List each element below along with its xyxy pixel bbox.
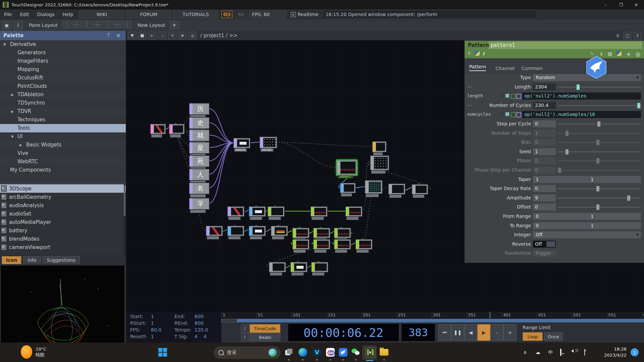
param-label[interactable]: Phase — [517, 158, 531, 163]
maximize-pane-icon[interactable]: ▢ — [623, 32, 632, 40]
param-slider-track[interactable] — [558, 170, 641, 171]
param-collapse-dash[interactable]: — — [467, 103, 472, 108]
param-mode-square[interactable] — [516, 94, 521, 99]
layout-preset-button[interactable] — [62, 21, 71, 28]
taskbar-app-rings-app[interactable] — [325, 347, 335, 357]
sidebar-item-derivative[interactable]: ▼Derivative — [0, 40, 126, 49]
sidebar-item-basic-widgets[interactable]: ▶Basic Widgets — [0, 141, 126, 149]
playhead[interactable] — [490, 312, 490, 318]
list-item-automediaplayer[interactable]: autoMediaPlayer — [0, 218, 126, 226]
once-button[interactable]: Once — [544, 332, 563, 341]
clipboard-icon[interactable]: ▤ — [608, 51, 612, 56]
param-value-field-1[interactable]: 0 — [533, 213, 589, 220]
range-grip[interactable]: ⋯ — [222, 319, 237, 322]
param-slider-track[interactable] — [558, 142, 641, 143]
cloud-icon[interactable]: ☁ — [535, 349, 540, 355]
jump-start-button[interactable]: ⏮ — [438, 324, 451, 341]
loop-button[interactable]: Loop — [523, 332, 543, 341]
param-value-field-2[interactable]: 1 — [588, 213, 641, 220]
step-back-button[interactable]: ◀ — [464, 324, 477, 341]
param-mode-square[interactable] — [500, 94, 504, 98]
param-mode-square[interactable] — [505, 112, 509, 116]
param-value-field[interactable]: 0 — [533, 157, 556, 164]
param-label[interactable]: Bias — [521, 139, 531, 145]
param-label[interactable]: Offset — [517, 204, 531, 209]
param-slider-track[interactable] — [558, 124, 641, 124]
param-slider-handle[interactable] — [627, 195, 630, 201]
add-parameter-icon[interactable]: + — [626, 51, 631, 58]
sidebar-item-vive[interactable]: Vive — [0, 149, 126, 158]
viewer-icon[interactable]: ▣ — [2, 21, 11, 29]
param-slider-track[interactable] — [558, 152, 641, 152]
param-label[interactable]: Seed — [519, 149, 531, 154]
param-slider-track[interactable] — [558, 105, 641, 106]
param-value-field-1[interactable]: 0 — [533, 222, 589, 229]
param-slider-handle[interactable] — [596, 204, 599, 210]
minimize-button[interactable]: – — [598, 0, 613, 9]
star-icon[interactable]: ★ — [178, 32, 187, 40]
taskbar-app-edge[interactable] — [298, 347, 308, 357]
network-path[interactable]: / project1 / >> — [200, 33, 237, 39]
param-label[interactable]: Number of Cycles — [489, 103, 531, 108]
sidebar-item-pointclouds[interactable]: PointClouds — [0, 82, 126, 90]
param-slider-track[interactable] — [558, 188, 641, 189]
taskbar-app-file-explorer[interactable] — [379, 347, 389, 357]
collapse-pane-icon[interactable]: ⇩ — [633, 32, 642, 40]
chevron-right-icon[interactable]: ▶ — [11, 90, 14, 99]
sidebar-item-tools[interactable]: Tools — [0, 124, 126, 132]
param-slider-handle[interactable] — [566, 131, 569, 136]
param-value-field[interactable]: 0 — [533, 185, 556, 192]
beats-button[interactable]: Beats — [250, 333, 280, 342]
list-item-battery[interactable]: battery — [0, 226, 126, 235]
param-dropdown[interactable]: Off▼ — [533, 231, 641, 238]
range-bar[interactable]: ⋯ — [221, 319, 644, 322]
tab-info[interactable]: Info — [23, 256, 41, 264]
param-value-field[interactable]: 2304 — [533, 83, 556, 90]
forward-icon[interactable]: → — [158, 32, 167, 40]
param-slider-track[interactable] — [558, 161, 641, 161]
sidebar-item-tdableton[interactable]: ▶TDAbleton — [0, 90, 126, 99]
param-expression[interactable]: op('null2').numSamples/10 — [522, 111, 641, 118]
sidebar-item-webrtc[interactable]: WebRTC — [0, 158, 126, 166]
param-value-field-1[interactable]: 1 — [533, 176, 589, 183]
integer-frame-button[interactable]: I — [241, 333, 249, 342]
realtime-checkbox[interactable]: x — [291, 12, 296, 17]
param-value-field[interactable]: 230.4 — [533, 102, 556, 109]
param-slider-handle[interactable] — [577, 84, 580, 90]
param-label[interactable]: From Range — [503, 214, 531, 219]
toggle-knob[interactable] — [546, 241, 555, 247]
add-icon[interactable]: + — [168, 32, 177, 40]
param-collapse-dash[interactable]: — — [467, 84, 472, 89]
import-icon[interactable]: ⇩ — [13, 21, 23, 29]
list-item-audioanalysis[interactable]: audioAnalysis — [0, 201, 126, 209]
python-help-icon[interactable] — [475, 51, 480, 56]
back-icon[interactable]: ← — [148, 32, 157, 40]
param-mode-square[interactable] — [500, 112, 504, 116]
tab-common[interactable]: Common — [522, 66, 543, 71]
param-mode-square[interactable] — [516, 112, 521, 117]
taskbar-app-xunlei[interactable] — [338, 347, 348, 357]
ime-indicator[interactable]: 中 — [548, 349, 553, 356]
frame-mode-button[interactable]: / — [241, 324, 249, 333]
list-item-cameraviewport[interactable]: cameraViewport — [0, 243, 126, 251]
param-label[interactable]: Taper — [518, 177, 531, 182]
param-mode-square[interactable] — [511, 112, 516, 117]
param-label[interactable]: Integer — [514, 232, 531, 237]
list-item-audioset[interactable]: audioSet — [0, 209, 126, 218]
start-button[interactable] — [158, 348, 167, 357]
param-slider-track[interactable] — [558, 207, 641, 207]
dropdown-icon[interactable]: ▼ — [128, 32, 137, 40]
layout-preset-button[interactable] — [72, 21, 81, 28]
timecode-button[interactable]: TimeCode — [250, 324, 280, 333]
sidebar-item-oculusrift[interactable]: OculusRift — [0, 74, 126, 82]
tab-icon[interactable]: Icon — [2, 256, 21, 264]
param-trigger-button[interactable]: Trigger — [533, 250, 556, 257]
palette-help-button[interactable]: ? — [107, 33, 110, 39]
sidebar-item-generators[interactable]: Generators — [0, 49, 126, 57]
pause-button[interactable]: ❚❚ — [451, 324, 464, 341]
xunlei-floating-icon[interactable] — [585, 56, 607, 79]
palette-close-button[interactable]: × — [116, 33, 120, 39]
param-label[interactable]: Amplitude — [507, 195, 531, 200]
wiki-button[interactable]: WIKI — [79, 10, 124, 18]
layout-preset-button[interactable] — [123, 21, 131, 28]
